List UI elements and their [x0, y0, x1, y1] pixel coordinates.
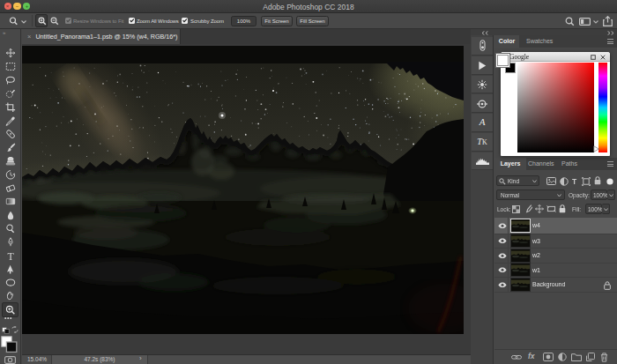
- svg-text:T: T: [7, 251, 13, 261]
